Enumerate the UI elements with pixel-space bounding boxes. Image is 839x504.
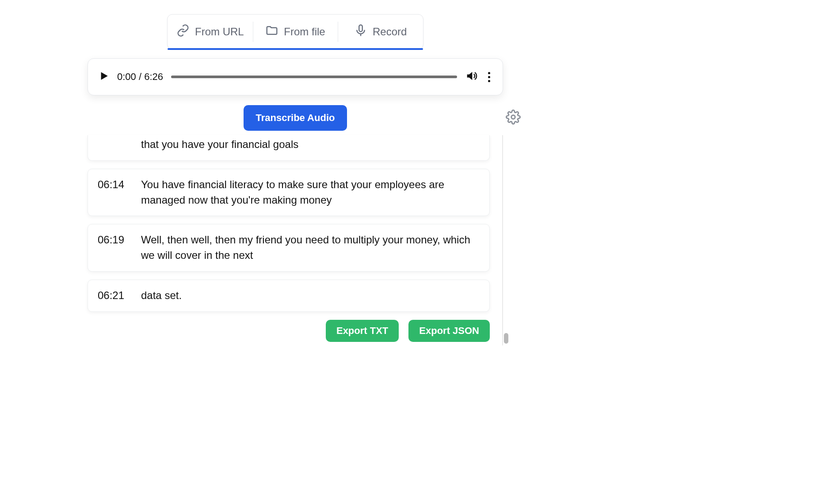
segment-time: 06:19 xyxy=(98,232,129,263)
tab-label: From URL xyxy=(195,26,244,38)
transcript-segment[interactable]: 06:19 Well, then well, then my friend yo… xyxy=(88,224,490,272)
segment-time: 06:21 xyxy=(98,288,129,303)
settings-button[interactable] xyxy=(506,110,521,126)
playback-time: 0:00 / 6:26 xyxy=(117,71,163,83)
transcript-segment[interactable]: 06:21 data set. xyxy=(88,280,490,312)
current-time: 0:00 xyxy=(117,71,136,82)
segment-text: that you have your financial goals xyxy=(141,137,480,152)
seek-bar[interactable] xyxy=(171,76,457,78)
tab-label: Record xyxy=(373,26,407,38)
dot-icon xyxy=(488,72,490,74)
export-json-button[interactable]: Export JSON xyxy=(408,320,490,342)
microphone-icon xyxy=(354,24,367,40)
segment-time: 06:14 xyxy=(98,177,129,208)
export-txt-button[interactable]: Export TXT xyxy=(326,320,399,342)
more-options-button[interactable] xyxy=(485,69,493,85)
tab-from-file[interactable]: From file xyxy=(253,15,338,49)
volume-button[interactable] xyxy=(465,70,477,84)
action-row: Transcribe Audio xyxy=(88,105,503,131)
link-icon xyxy=(176,24,190,40)
dot-icon xyxy=(488,80,490,82)
folder-icon xyxy=(265,24,278,40)
play-button[interactable] xyxy=(98,70,109,83)
source-tabs: From URL From file Record xyxy=(167,14,423,49)
tab-record[interactable]: Record xyxy=(338,15,423,49)
segment-text: Well, then well, then my friend you need… xyxy=(141,232,480,263)
segment-time xyxy=(98,137,129,152)
svg-rect-0 xyxy=(359,25,362,32)
transcribe-button[interactable]: Transcribe Audio xyxy=(244,105,347,131)
dot-icon xyxy=(488,76,490,78)
transcript-segment[interactable]: 06:14 You have financial literacy to mak… xyxy=(88,169,490,216)
export-row: Export TXT Export JSON xyxy=(88,320,490,342)
scrollbar-thumb[interactable] xyxy=(504,333,508,344)
segment-text: data set. xyxy=(141,288,480,303)
segment-text: You have financial literacy to make sure… xyxy=(141,177,480,208)
tab-label: From file xyxy=(284,26,325,38)
duration: 6:26 xyxy=(144,71,163,82)
app-container: From URL From file Record 0:00 / 6:26 xyxy=(88,14,503,345)
transcript-segment[interactable]: that you have your financial goals xyxy=(88,135,490,161)
svg-point-2 xyxy=(511,115,515,119)
transcript-panel: that you have your financial goals 06:14… xyxy=(88,135,503,345)
audio-player: 0:00 / 6:26 xyxy=(88,58,503,95)
tab-from-url[interactable]: From URL xyxy=(168,15,253,49)
